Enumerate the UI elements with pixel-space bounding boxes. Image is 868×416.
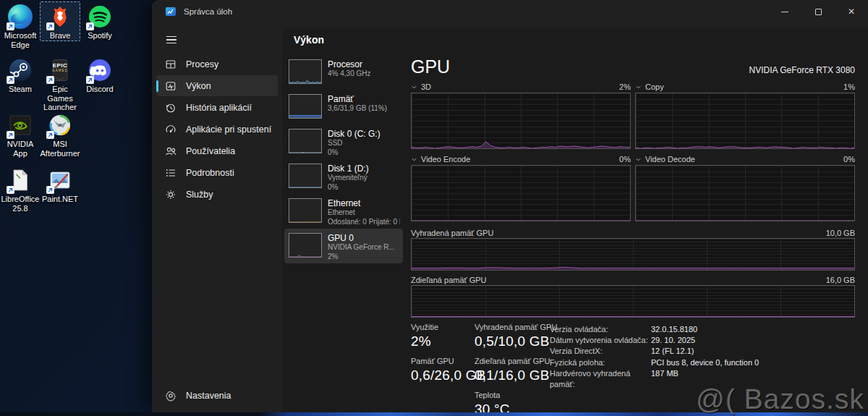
page-title: Výkon [294,34,324,46]
perf-item-title: Disk 1 (D:) [328,164,369,174]
stat-label: Vyhradená pamäť GPU [475,323,557,331]
chart-max-value: 10,0 GB [826,229,855,237]
maximize-icon [815,9,822,15]
perf-item-cpu[interactable]: Procesor4% 4,30 GHz [284,55,403,90]
video-encode-chart [411,165,631,221]
gpu-details: Verzia ovládača:32.0.15.8180 Dátum vytvo… [550,324,759,390]
spotify-icon [88,4,112,29]
perf-item-title: Ethernet [328,198,400,208]
desktop-icon-epic-games[interactable]: EPIC GAMES Epic Games Launcher [40,55,80,113]
gpu-stats-column-2: Vyhradená pamäť GPU 0,5/10,0 GB Zdieľaná… [475,323,557,412]
chart-value: 0% [843,155,855,164]
desktop-icon-paintnet[interactable]: Paint.NET [40,165,80,205]
sidebar-item-performance[interactable]: Výkon [156,75,278,96]
gpu-mini-chart [289,233,322,258]
nvidia-icon [8,113,33,137]
epic-logo-text: EPIC [48,62,72,69]
epic-games-icon: EPIC GAMES [48,58,72,82]
perf-item-disk0[interactable]: Disk 0 (C: G:)SSD0% [284,124,403,159]
close-icon: ✕ [848,7,855,16]
detail-value: 12 (FL 12.1) [651,346,694,357]
desktop-icon-microsoft-edge[interactable]: Microsoft Edge [0,1,41,50]
desktop-icon-msi-afterburner[interactable]: MSI Afterburner [40,110,80,158]
perf-item-line: Vymeniteľný [328,174,369,183]
shortcut-arrow-icon [7,76,14,84]
desktop-icon-nvidia-app[interactable]: NVIDIA App [0,110,41,158]
desktop-icon-label: Discord [86,85,113,94]
close-button[interactable]: ✕ [835,0,868,23]
shared-memory-chart [411,285,855,318]
perf-item-ethernet[interactable]: EthernetEthernetOdoslané: 0 Prijaté: 0 k… [284,194,403,229]
minimize-button[interactable] [768,0,801,23]
detail-label: Verzia DirectX: [550,346,651,357]
detail-value: 187 MB [651,368,678,390]
perf-item-line: 2% [328,252,395,262]
sidebar-item-app-history[interactable]: História aplikácií [156,97,278,118]
shortcut-arrow-icon [7,131,14,139]
maximize-button[interactable] [801,0,835,23]
sidebar-item-settings[interactable]: Nastavenia [156,385,278,406]
desktop-icon-label: Paint.NET [42,195,78,204]
hamburger-menu-button[interactable] [162,30,185,49]
gpu-panel: GPU NVIDIA GeForce RTX 3080 3D 2% Copy 1… [411,56,855,412]
msi-afterburner-icon [48,113,72,137]
gpu-panel-title: GPU [411,56,450,77]
brave-icon [48,4,72,29]
perf-item-line: 4% 4,30 GHz [328,69,370,79]
epic-logo-subtext: GAMES [48,69,72,72]
perf-item-gpu[interactable]: GPU 0NVIDIA GeForce R...2% [284,229,403,263]
desktop-icon-discord[interactable]: Discord [80,55,120,95]
edge-icon [8,4,33,29]
shortcut-arrow-icon [86,76,94,84]
desktop-icon-steam[interactable]: Steam [0,55,41,95]
chevron-down-icon[interactable] [411,84,417,90]
sidebar-item-startup-apps[interactable]: Aplikácie pri spustení [156,119,278,140]
stat-value: 0,5/10,0 GB [475,334,557,349]
task-manager-window: Správca úloh ✕ Procesy Výkon História ap… [152,0,868,412]
stat-value: 30 °C [475,402,557,412]
desktop-icon-label: LibreOffice 25.8 [1,195,40,213]
desktop-icon-spotify[interactable]: Spotify [80,1,120,41]
dedicated-memory-chart [411,238,855,271]
sidebar-item-processes[interactable]: Procesy [156,54,278,75]
paintnet-icon [48,168,72,192]
desktop-icon-label: NVIDIA App [1,140,40,158]
sidebar-item-details[interactable]: Podrobnosti [156,162,278,183]
ethernet-mini-chart [289,198,322,223]
desktop-icon-brave[interactable]: Brave [40,1,80,41]
perf-item-title: Procesor [328,59,370,69]
sidebar-item-users[interactable]: Používatelia [156,140,278,161]
desktop: Microsoft Edge Brave Spotify [0,0,152,416]
chevron-down-icon[interactable] [635,156,642,163]
chevron-down-icon[interactable] [411,156,417,163]
detail-label: Hardvérovo vyhradená pamäť: [550,368,651,390]
chart-label: Video Encode [421,155,470,164]
desktop-icon-libreoffice[interactable]: LibreOffice 25.8 [0,165,41,213]
desktop-icon-label: MSI Afterburner [40,140,80,158]
shortcut-arrow-icon [46,22,54,30]
performance-list: Procesor4% 4,30 GHz Pamäť3,6/31,9 GB (11… [284,55,403,412]
perf-item-title: Disk 0 (C: G:) [328,129,380,139]
chart-label: 3D [421,82,431,91]
watermark: @( Bazos.sk [696,383,864,415]
perf-item-title: GPU 0 [328,233,395,243]
desktop-icon-label: Microsoft Edge [1,31,40,49]
chevron-down-icon[interactable] [635,84,642,90]
perf-item-line: SSD [328,139,380,148]
chart-max-value: 16,0 GB [826,276,855,284]
titlebar[interactable]: Správca úloh ✕ [152,0,868,23]
desktop-icon-label: Brave [50,31,71,41]
perf-item-disk1[interactable]: Disk 1 (D:)Vymeniteľný0% [284,159,403,194]
sidebar-item-label: Nastavenia [186,391,231,401]
gpu-copy-chart [635,93,855,149]
sidebar-item-label: História aplikácií [186,103,252,113]
shortcut-arrow-icon [46,186,54,194]
chart-label: Vyhradená pamäť GPU [411,229,493,237]
detail-value: PCI bus 8, device 0, function 0 [651,357,759,368]
detail-label: Verzia ovládača: [550,324,651,335]
perf-item-line: NVIDIA GeForce R... [328,243,395,252]
gpu-device-name: NVIDIA GeForce RTX 3080 [749,65,855,75]
sidebar-item-services[interactable]: Služby [156,184,278,205]
minimize-icon [781,12,788,12]
perf-item-memory[interactable]: Pamäť3,6/31,9 GB (11%) [284,90,403,124]
